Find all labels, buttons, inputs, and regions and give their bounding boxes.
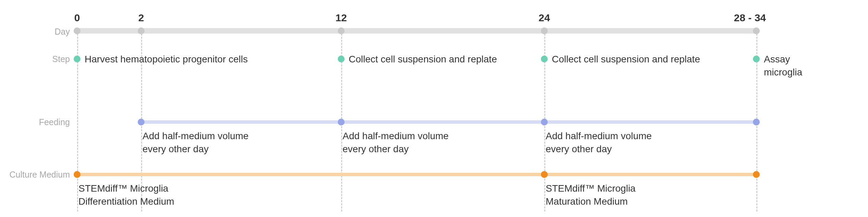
feeding-dot — [753, 119, 760, 125]
feeding-dot — [138, 119, 145, 125]
step-dot — [541, 56, 548, 62]
row-label-culture-medium: Culture Medium — [10, 170, 70, 180]
row-label-day: Day — [55, 27, 70, 37]
step-text: Assay microglia — [764, 53, 802, 79]
row-label-step: Step — [52, 54, 70, 64]
day-tick-dot — [541, 27, 548, 34]
feeding-dot — [338, 119, 345, 125]
day-tick-label: 0 — [74, 12, 80, 24]
row-label-feeding: Feeding — [39, 117, 70, 127]
culture-medium-bar — [77, 173, 756, 176]
culture-medium-dot — [753, 171, 760, 178]
day-tick-dot — [74, 27, 80, 34]
day-tick-label: 24 — [538, 12, 550, 24]
protocol-timeline: Day Step Feeding Culture Medium 02122428… — [0, 0, 868, 217]
culture-medium-dot — [541, 171, 548, 178]
step-dot — [753, 56, 760, 62]
step-dot — [338, 56, 345, 62]
day-tick-label: 2 — [138, 12, 144, 24]
feeding-text: Add half-medium volume every other day — [343, 130, 449, 156]
feeding-text: Add half-medium volume every other day — [142, 130, 249, 156]
feeding-text: Add half-medium volume every other day — [546, 130, 652, 156]
day-tick-dot — [753, 27, 760, 34]
day-axis-bar — [77, 28, 756, 34]
day-tick-label: 12 — [335, 12, 347, 24]
step-dot — [74, 56, 80, 62]
step-text: Harvest hematopoietic progenitor cells — [85, 53, 248, 66]
culture-medium-text: STEMdiff™ Microglia Differentiation Medi… — [78, 182, 174, 208]
culture-medium-dot — [74, 171, 80, 178]
culture-medium-text: STEMdiff™ Microglia Maturation Medium — [546, 182, 635, 208]
step-text: Collect cell suspension and replate — [552, 53, 700, 66]
day-tick-dot — [338, 27, 345, 34]
day-tick-dot — [138, 27, 145, 34]
feeding-bar — [141, 120, 756, 124]
feeding-dot — [541, 119, 548, 125]
day-tick-label: 28 - 34 — [734, 12, 766, 24]
step-text: Collect cell suspension and replate — [349, 53, 497, 66]
